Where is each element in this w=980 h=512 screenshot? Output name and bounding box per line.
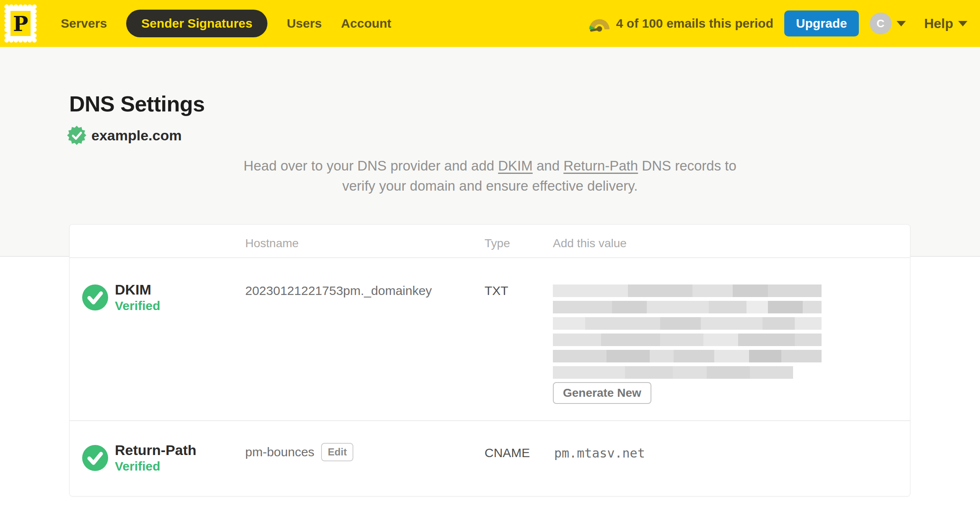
nav-item-users[interactable]: Users bbox=[287, 16, 321, 31]
domain-name: example.com bbox=[91, 127, 181, 144]
nav-item-sender-signatures[interactable]: Sender Signatures bbox=[126, 10, 267, 37]
domain-row: example.com bbox=[67, 126, 181, 145]
redacted-dkim-value bbox=[553, 284, 822, 383]
email-usage-counter: 4 of 100 emails this period bbox=[616, 16, 773, 31]
return-path-hostname: pm-bounces bbox=[245, 445, 314, 459]
return-path-hostname-cell: pm-bounces Edit bbox=[245, 443, 353, 461]
table-row-divider bbox=[70, 420, 910, 421]
chevron-down-icon bbox=[897, 21, 906, 26]
dns-records-table: Hostname Type Add this value DKIM Verifi… bbox=[69, 224, 910, 496]
table-header-divider bbox=[70, 257, 910, 258]
top-navbar: P Servers Sender Signatures Users Accoun… bbox=[0, 0, 980, 47]
redacted-value-bar bbox=[553, 350, 822, 362]
redacted-value-bar bbox=[553, 301, 822, 313]
generate-new-button[interactable]: Generate New bbox=[553, 382, 651, 404]
redacted-value-bar bbox=[553, 334, 822, 346]
edit-button[interactable]: Edit bbox=[321, 443, 353, 461]
status-badge: Verified bbox=[115, 299, 160, 313]
logo-letter: P bbox=[13, 12, 28, 36]
nav-item-servers[interactable]: Servers bbox=[61, 16, 107, 31]
verified-seal-icon bbox=[67, 126, 86, 145]
return-path-record-type: CNAME bbox=[485, 446, 530, 460]
postmark-logo-icon[interactable]: P bbox=[4, 4, 37, 43]
status-badge: Verified bbox=[115, 459, 160, 473]
instructions-text: and bbox=[533, 158, 563, 173]
dns-instructions: Head over to your DNS provider and add D… bbox=[226, 156, 754, 196]
return-path-link[interactable]: Return-Path bbox=[563, 158, 638, 173]
avatar[interactable]: C bbox=[870, 13, 892, 34]
usage-gauge-icon bbox=[589, 15, 610, 32]
account-menu[interactable]: C bbox=[870, 13, 906, 34]
nav-links: Servers Sender Signatures Users Account bbox=[61, 10, 391, 37]
column-header-hostname: Hostname bbox=[245, 237, 299, 250]
chevron-down-icon bbox=[958, 21, 967, 26]
redacted-value-bar bbox=[553, 366, 793, 379]
redacted-value-bar bbox=[553, 284, 822, 297]
verified-check-icon bbox=[82, 284, 108, 310]
help-label: Help bbox=[924, 16, 953, 31]
return-path-value: pm.mtasv.net bbox=[554, 446, 645, 460]
dns-settings-page: P Servers Sender Signatures Users Accoun… bbox=[0, 0, 980, 512]
upgrade-button[interactable]: Upgrade bbox=[784, 10, 859, 36]
column-header-value: Add this value bbox=[553, 237, 627, 250]
verified-check-icon bbox=[82, 445, 108, 471]
nav-right-cluster: 4 of 100 emails this period Upgrade C He… bbox=[589, 10, 967, 36]
redacted-value-bar bbox=[553, 317, 822, 330]
dkim-record-type: TXT bbox=[485, 284, 508, 298]
page-title: DNS Settings bbox=[69, 91, 205, 116]
dkim-hostname: 20230121221753pm._domainkey bbox=[245, 284, 432, 298]
record-name-return-path: Return-Path bbox=[115, 442, 197, 458]
instructions-text: Head over to your DNS provider and add bbox=[244, 158, 498, 173]
record-name-dkim: DKIM bbox=[115, 282, 151, 298]
column-header-type: Type bbox=[485, 237, 510, 250]
help-menu[interactable]: Help bbox=[924, 16, 967, 31]
dkim-link[interactable]: DKIM bbox=[498, 158, 533, 173]
nav-item-account[interactable]: Account bbox=[341, 16, 391, 31]
